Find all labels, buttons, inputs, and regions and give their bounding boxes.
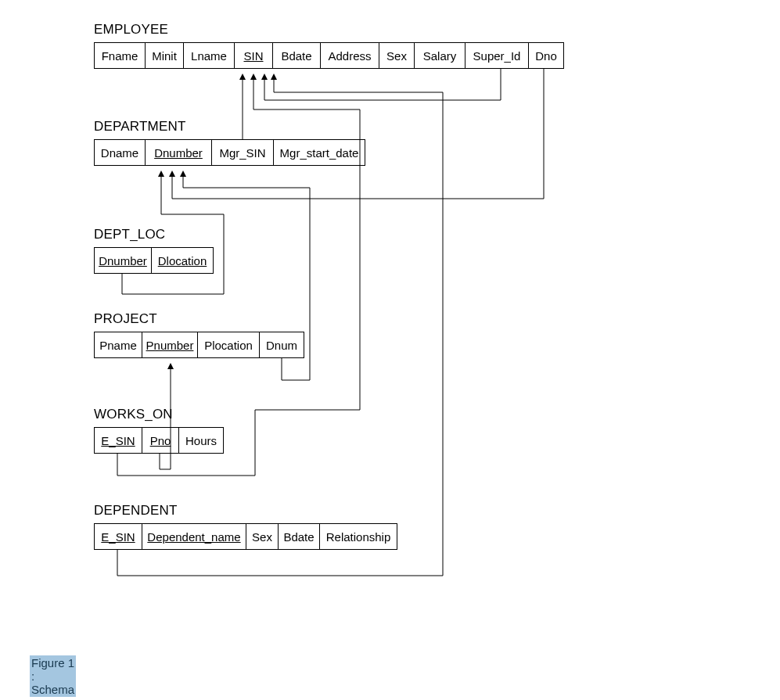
col-employee-address: Address xyxy=(320,42,379,69)
col-department-dnumber: Dnumber xyxy=(145,139,212,166)
table-title-project: PROJECT xyxy=(94,311,157,327)
col-workson-pno: Pno xyxy=(142,427,179,454)
table-deptloc: Dnumber Dlocation xyxy=(94,247,214,274)
table-title-employee: EMPLOYEE xyxy=(94,22,168,38)
col-deptloc-dnumber: Dnumber xyxy=(94,247,152,274)
figure-caption: Figure 1 : Schema xyxy=(30,655,76,697)
col-workson-hours: Hours xyxy=(178,427,224,454)
table-title-deptloc: DEPT_LOC xyxy=(94,227,165,242)
col-department-mgrsin: Mgr_SIN xyxy=(211,139,274,166)
col-project-pname: Pname xyxy=(94,332,142,358)
col-employee-sex: Sex xyxy=(379,42,415,69)
col-deptloc-dlocation: Dlocation xyxy=(151,247,214,274)
table-title-dependent: DEPENDENT xyxy=(94,503,178,519)
table-title-workson: WORKS_ON xyxy=(94,407,173,422)
col-dependent-sex: Sex xyxy=(246,523,279,550)
table-project: Pname Pnumber Plocation Dnum xyxy=(94,332,304,358)
fk-employee-dno-to-department-dnumber xyxy=(172,69,544,199)
col-dependent-bdate: Bdate xyxy=(278,523,320,550)
col-employee-superid: Super_Id xyxy=(465,42,529,69)
fk-employee-superid-to-sin xyxy=(264,69,501,100)
col-employee-salary: Salary xyxy=(414,42,465,69)
table-dependent: E_SIN Dependent_name Sex Bdate Relations… xyxy=(94,523,397,550)
col-employee-sin: SIN xyxy=(234,42,273,69)
col-department-mgrstart: Mgr_start_date xyxy=(273,139,365,166)
col-dependent-relationship: Relationship xyxy=(319,523,397,550)
col-project-pnumber: Pnumber xyxy=(142,332,198,358)
col-workson-esin: E_SIN xyxy=(94,427,142,454)
col-employee-bdate: Bdate xyxy=(272,42,321,69)
col-department-dname: Dname xyxy=(94,139,146,166)
table-employee: Fname Minit Lname SIN Bdate Address Sex … xyxy=(94,42,564,69)
col-employee-minit: Minit xyxy=(145,42,184,69)
col-employee-dno: Dno xyxy=(528,42,564,69)
col-dependent-name: Dependent_name xyxy=(142,523,246,550)
col-project-plocation: Plocation xyxy=(197,332,260,358)
col-employee-fname: Fname xyxy=(94,42,146,69)
table-workson: E_SIN Pno Hours xyxy=(94,427,224,454)
col-employee-lname: Lname xyxy=(183,42,235,69)
col-dependent-esin: E_SIN xyxy=(94,523,142,550)
col-project-dnum: Dnum xyxy=(259,332,304,358)
table-title-department: DEPARTMENT xyxy=(94,119,186,135)
table-department: Dname Dnumber Mgr_SIN Mgr_start_date xyxy=(94,139,365,166)
